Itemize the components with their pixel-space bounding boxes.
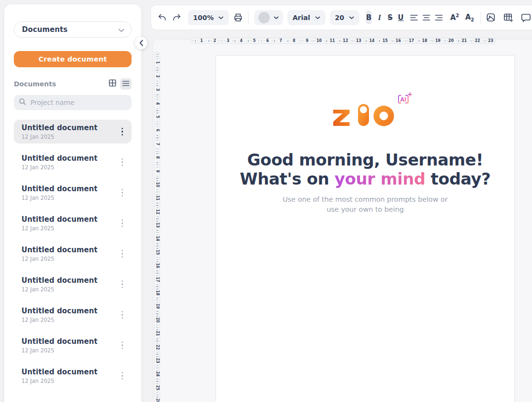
search-icon xyxy=(19,98,26,107)
document-list-item[interactable]: Untitled document 12 Jan 2025 xyxy=(14,333,132,357)
ai-badge: AI xyxy=(396,92,412,108)
align-right-button[interactable] xyxy=(435,11,443,24)
zio-logo: z AI xyxy=(333,100,397,130)
document-menu-button[interactable] xyxy=(119,278,126,291)
document-search[interactable] xyxy=(14,95,132,110)
redo-button[interactable] xyxy=(172,11,182,24)
document-menu-button[interactable] xyxy=(119,369,126,383)
greeting-subtitle: Use one of the most common prompts below… xyxy=(216,195,514,215)
document-list-item[interactable]: Untitled document 12 Jan 2025 xyxy=(14,272,132,296)
document-list-item[interactable]: Untitled document 12 Jan 2025 xyxy=(14,364,132,388)
document-title: Untitled document xyxy=(21,185,119,193)
document-list-item[interactable]: Untitled document 12 Jan 2025 xyxy=(14,150,132,174)
font-size-value: 20 xyxy=(335,14,344,21)
document-menu-button[interactable] xyxy=(119,216,126,230)
document-title: Untitled document xyxy=(21,368,119,376)
zoom-select[interactable]: 100% xyxy=(188,10,229,25)
align-center-button[interactable] xyxy=(422,11,430,24)
undo-button[interactable] xyxy=(157,11,167,24)
editor-canvas: 1234567891011121314151617181920212223 12… xyxy=(153,39,532,402)
bold-button[interactable]: B xyxy=(366,10,372,24)
document-menu-button[interactable] xyxy=(119,247,126,261)
chevron-down-icon xyxy=(274,14,279,21)
document-menu-button[interactable] xyxy=(119,308,126,322)
document-menu-button[interactable] xyxy=(119,125,126,139)
italic-button[interactable]: I xyxy=(376,10,382,24)
chevron-down-icon xyxy=(118,25,124,34)
superscript-button[interactable]: A2 xyxy=(449,12,460,23)
search-input[interactable] xyxy=(31,99,127,106)
vertical-ruler: 1234567891011121314151617181920212223242… xyxy=(154,52,160,402)
document-list-item[interactable]: Untitled document 12 Jan 2025 xyxy=(14,211,132,235)
ai-badge-text: AI xyxy=(400,96,406,103)
editor-toolbar: 100% Arial 20 B I S U A2 A2 xyxy=(151,5,532,30)
document-title: Untitled document xyxy=(21,124,119,132)
collection-select[interactable]: Documents xyxy=(14,21,132,38)
document-date: 12 Jan 2025 xyxy=(21,164,119,171)
document-date: 12 Jan 2025 xyxy=(21,134,119,140)
document-title: Untitled document xyxy=(21,276,119,285)
document-date: 12 Jan 2025 xyxy=(21,347,119,354)
documents-list: Untitled document 12 Jan 2025 Untitled d… xyxy=(14,120,132,388)
text-color-select[interactable] xyxy=(254,10,283,25)
document-title: Untitled document xyxy=(21,246,119,254)
document-title: Untitled document xyxy=(21,215,119,224)
subscript-label: A xyxy=(465,13,471,21)
document-date: 12 Jan 2025 xyxy=(21,378,119,384)
document-date: 12 Jan 2025 xyxy=(21,286,119,293)
zoom-value: 100% xyxy=(193,14,214,21)
subtitle-line2: use your own to being xyxy=(327,206,404,213)
align-left-button[interactable] xyxy=(410,11,418,24)
greeting-highlight: your mind xyxy=(335,169,425,188)
document-list-item[interactable]: Untitled document 12 Jan 2025 xyxy=(14,120,132,144)
zio-logo-mark: z xyxy=(333,100,397,128)
document-menu-button[interactable] xyxy=(119,155,126,169)
greeting-heading: Good morning, Username! What's on your m… xyxy=(216,150,514,188)
horizontal-ruler: 1234567891011121314151617181920212223 xyxy=(191,38,496,44)
chevron-down-icon xyxy=(315,14,320,21)
document-date: 12 Jan 2025 xyxy=(21,225,119,232)
subscript-button[interactable]: A2 xyxy=(464,12,475,23)
insert-table-button[interactable] xyxy=(503,11,513,24)
document-page[interactable]: z AI xyxy=(215,55,515,402)
greeting-line1: Good morning, Username! xyxy=(247,150,483,169)
document-title: Untitled document xyxy=(21,154,119,163)
underline-button[interactable]: U xyxy=(398,10,404,24)
list-view-toggle[interactable] xyxy=(120,78,132,90)
chevron-down-icon xyxy=(218,14,224,21)
font-size-select[interactable]: 20 xyxy=(330,10,359,25)
document-menu-button[interactable] xyxy=(119,339,126,352)
logo-letter-z: z xyxy=(333,100,351,128)
document-list-item[interactable]: Untitled document 12 Jan 2025 xyxy=(14,181,132,205)
superscript-mark: 2 xyxy=(456,13,459,18)
collection-select-value: Documents xyxy=(22,25,68,34)
font-family-select[interactable]: Arial xyxy=(287,10,326,25)
documents-list-header: Documents xyxy=(14,80,132,88)
documents-list-label: Documents xyxy=(14,80,105,88)
document-list-item[interactable]: Untitled document 12 Jan 2025 xyxy=(14,242,132,266)
comment-button[interactable] xyxy=(521,11,531,24)
subtitle-line1: Use one of the most common prompts below… xyxy=(283,196,448,203)
document-list-item[interactable]: Untitled document 12 Jan 2025 xyxy=(14,303,132,327)
document-title: Untitled document xyxy=(21,307,119,315)
document-date: 12 Jan 2025 xyxy=(21,317,119,323)
strikethrough-button[interactable]: S xyxy=(387,10,393,24)
print-button[interactable] xyxy=(233,11,243,24)
document-date: 12 Jan 2025 xyxy=(21,195,119,201)
greeting-line2-before: What's on xyxy=(240,169,335,188)
grid-view-icon xyxy=(109,79,116,89)
document-title: Untitled document xyxy=(21,337,119,346)
superscript-label: A xyxy=(450,13,456,22)
grid-view-toggle[interactable] xyxy=(107,78,118,90)
chevron-down-icon xyxy=(349,14,354,21)
greeting-line2-after: today? xyxy=(425,169,491,188)
subscript-mark: 2 xyxy=(471,17,474,22)
create-document-button[interactable]: Create document xyxy=(14,51,132,67)
color-swatch xyxy=(258,12,270,23)
document-date: 12 Jan 2025 xyxy=(21,256,119,262)
font-family-value: Arial xyxy=(293,14,310,21)
sidebar: Documents Create document Documents Unti… xyxy=(4,4,142,402)
document-menu-button[interactable] xyxy=(119,186,126,200)
insert-image-button[interactable] xyxy=(486,11,496,24)
sidebar-collapse-button[interactable] xyxy=(135,37,147,49)
